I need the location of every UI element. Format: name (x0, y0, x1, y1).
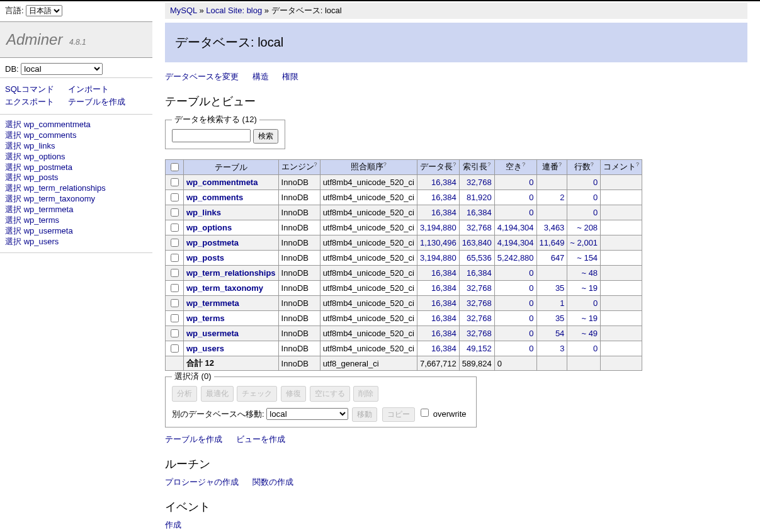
help-icon[interactable]: ? (383, 161, 387, 167)
cell-link[interactable]: 32,768 (467, 329, 492, 338)
sidebar-select-link[interactable]: 選択 (5, 226, 21, 235)
cell-link[interactable]: 0 (593, 193, 598, 202)
cell-link[interactable]: 32,768 (467, 314, 492, 323)
help-icon[interactable]: ? (522, 161, 525, 167)
sidebar-table-link[interactable]: wp_terms (24, 215, 59, 225)
row-checkbox[interactable] (171, 193, 179, 201)
hdr-comment[interactable]: コメント (603, 162, 636, 172)
cell-link[interactable]: ~ 48 (581, 268, 598, 278)
table-link[interactable]: wp_comments (186, 193, 243, 202)
analyze-button[interactable]: 分析 (172, 386, 197, 402)
cell-link[interactable]: 16,384 (467, 268, 492, 278)
row-checkbox[interactable] (171, 329, 179, 337)
cell-link[interactable]: 3 (560, 344, 564, 353)
sidebar-select-link[interactable]: 選択 (5, 173, 21, 182)
cell-link[interactable]: 0 (593, 344, 598, 353)
cell-link[interactable]: 4,194,304 (497, 238, 534, 247)
link-import[interactable]: インポート (68, 83, 109, 96)
link-create-procedure[interactable]: プロシージャの作成 (165, 477, 239, 487)
cell-link[interactable]: 0 (593, 298, 598, 308)
cell-link[interactable]: 647 (551, 253, 565, 263)
link-sqlcommand[interactable]: SQLコマンド (5, 83, 54, 96)
cell-link[interactable]: ~ 154 (577, 253, 598, 263)
hdr-rows[interactable]: 行数 (574, 162, 591, 172)
row-checkbox[interactable] (171, 208, 179, 217)
sidebar-table-link[interactable]: wp_postmeta (24, 162, 72, 172)
cell-link[interactable]: 0 (529, 314, 533, 323)
cell-link[interactable]: 4,194,304 (497, 223, 534, 232)
search-button[interactable]: 検索 (253, 129, 278, 144)
move-button[interactable]: 移動 (352, 407, 377, 422)
link-schema[interactable]: 構造 (252, 72, 269, 81)
hdr-table[interactable]: テーブル (184, 160, 279, 175)
link-alterdb[interactable]: データベースを変更 (165, 72, 239, 81)
sidebar-select-link[interactable]: 選択 (5, 120, 21, 129)
cell-link[interactable]: 0 (529, 329, 533, 338)
table-link[interactable]: wp_links (186, 208, 221, 217)
cell-link[interactable]: 1,130,496 (420, 238, 457, 247)
cell-link[interactable]: 32,768 (467, 298, 492, 308)
table-link[interactable]: wp_termmeta (186, 298, 239, 308)
cell-link[interactable]: 3,194,880 (420, 253, 457, 263)
sidebar-select-link[interactable]: 選択 (5, 130, 21, 140)
cell-link[interactable]: 81,920 (467, 193, 492, 202)
optimize-button[interactable]: 最適化 (201, 386, 234, 402)
sidebar-select-link[interactable]: 選択 (5, 194, 21, 203)
table-link[interactable]: wp_terms (186, 314, 225, 323)
cell-link[interactable]: 2 (560, 193, 564, 202)
cell-link[interactable]: 16,384 (431, 283, 457, 293)
overwrite-checkbox[interactable] (421, 409, 429, 417)
link-createtable[interactable]: テーブルを作成 (68, 96, 125, 108)
sidebar-select-link[interactable]: 選択 (5, 205, 21, 214)
link-create-event[interactable]: 作成 (165, 520, 181, 529)
cell-link[interactable]: 32,768 (467, 178, 492, 187)
help-icon[interactable]: ? (453, 161, 456, 167)
hdr-autoinc[interactable]: 連番 (542, 162, 559, 172)
sidebar-select-link[interactable]: 選択 (5, 162, 21, 172)
sidebar-table-link[interactable]: wp_posts (24, 173, 59, 182)
help-icon[interactable]: ? (487, 161, 491, 167)
hdr-free[interactable]: 空き (506, 162, 522, 172)
cell-link[interactable]: 16,384 (431, 178, 457, 187)
bc-server[interactable]: MySQL (170, 6, 197, 15)
cell-link[interactable]: 35 (555, 283, 564, 293)
cell-link[interactable]: 0 (593, 178, 598, 187)
row-checkbox[interactable] (171, 344, 179, 353)
cell-link[interactable]: 16,384 (467, 208, 492, 217)
hdr-collation[interactable]: 照合順序 (351, 162, 383, 172)
cell-link[interactable]: 35 (555, 314, 564, 323)
cell-link[interactable]: 1 (560, 298, 564, 308)
cell-link[interactable]: 0 (529, 268, 533, 278)
sidebar-table-link[interactable]: wp_users (24, 237, 59, 246)
repair-button[interactable]: 修復 (281, 386, 306, 402)
row-checkbox[interactable] (171, 224, 179, 232)
hdr-engine[interactable]: エンジン (281, 162, 314, 172)
table-link[interactable]: wp_term_taxonomy (186, 283, 263, 293)
sidebar-table-link[interactable]: wp_commentmeta (24, 120, 91, 129)
cell-link[interactable]: 3,463 (544, 223, 565, 232)
sidebar-table-link[interactable]: wp_links (24, 141, 55, 150)
cell-link[interactable]: 16,384 (431, 298, 457, 308)
language-select[interactable]: 日本語 (26, 5, 62, 16)
cell-link[interactable]: 0 (529, 193, 533, 202)
cell-link[interactable]: 32,768 (467, 223, 492, 232)
cell-link[interactable]: 32,768 (467, 283, 492, 293)
search-input[interactable] (172, 129, 251, 142)
row-checkbox[interactable] (171, 239, 179, 247)
cell-link[interactable]: 5,242,880 (497, 253, 534, 263)
table-link[interactable]: wp_usermeta (186, 329, 239, 338)
cell-link[interactable]: 16,384 (431, 208, 457, 217)
cell-link[interactable]: 3,194,880 (420, 223, 457, 232)
sidebar-select-link[interactable]: 選択 (5, 152, 21, 161)
copy-button[interactable]: コピー (382, 407, 415, 422)
row-checkbox[interactable] (171, 284, 179, 292)
link-export[interactable]: エクスポート (5, 96, 54, 108)
table-link[interactable]: wp_options (186, 223, 232, 232)
row-checkbox[interactable] (171, 254, 179, 262)
cell-link[interactable]: 0 (529, 298, 533, 308)
table-link[interactable]: wp_posts (186, 253, 224, 263)
cell-link[interactable]: 11,649 (540, 238, 565, 247)
table-link[interactable]: wp_postmeta (186, 238, 239, 247)
cell-link[interactable]: ~ 49 (581, 329, 598, 338)
cell-link[interactable]: 0 (529, 178, 533, 187)
